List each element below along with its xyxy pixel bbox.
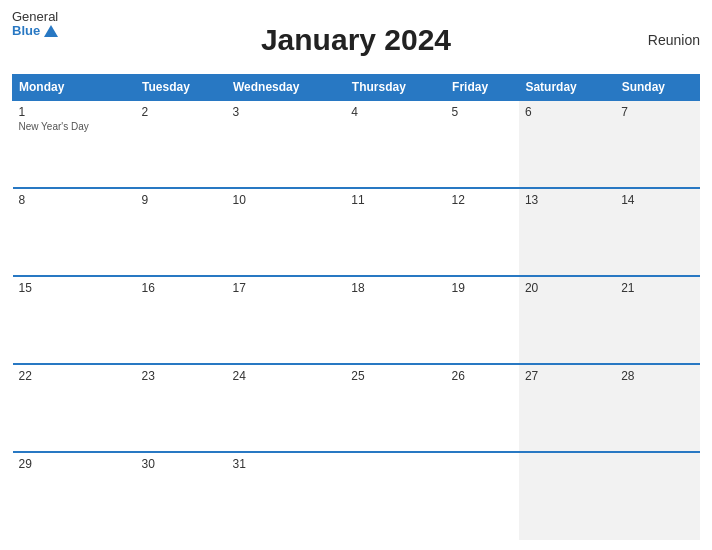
day-number: 2 [142, 105, 221, 119]
logo: General Blue [12, 10, 58, 39]
day-number: 29 [19, 457, 130, 471]
day-number: 31 [233, 457, 340, 471]
day-number: 10 [233, 193, 340, 207]
calendar-week-row: 15161718192021 [13, 276, 700, 364]
calendar-cell: 29 [13, 452, 136, 540]
header-tuesday: Tuesday [136, 75, 227, 101]
day-number: 30 [142, 457, 221, 471]
calendar-cell: 12 [446, 188, 519, 276]
day-number: 7 [621, 105, 693, 119]
calendar-cell: 3 [227, 100, 346, 188]
day-number: 25 [351, 369, 439, 383]
calendar-cell: 26 [446, 364, 519, 452]
day-number: 13 [525, 193, 609, 207]
region-label: Reunion [648, 32, 700, 48]
calendar-cell: 24 [227, 364, 346, 452]
calendar-week-row: 891011121314 [13, 188, 700, 276]
calendar-cell: 28 [615, 364, 699, 452]
calendar-cell: 13 [519, 188, 615, 276]
calendar-cell: 8 [13, 188, 136, 276]
calendar-title: January 2024 [261, 23, 451, 57]
header-friday: Friday [446, 75, 519, 101]
calendar-cell: 2 [136, 100, 227, 188]
calendar-cell: 5 [446, 100, 519, 188]
logo-general-text: General [12, 10, 58, 24]
day-number: 4 [351, 105, 439, 119]
day-number: 1 [19, 105, 130, 119]
header-saturday: Saturday [519, 75, 615, 101]
calendar-cell: 20 [519, 276, 615, 364]
calendar-cell: 31 [227, 452, 346, 540]
calendar-cell: 11 [345, 188, 445, 276]
calendar-week-row: 293031 [13, 452, 700, 540]
header-sunday: Sunday [615, 75, 699, 101]
calendar-header: General Blue January 2024 Reunion [12, 10, 700, 70]
calendar-cell: 23 [136, 364, 227, 452]
logo-triangle-icon [44, 25, 58, 37]
calendar-table: Monday Tuesday Wednesday Thursday Friday… [12, 74, 700, 540]
calendar-cell: 19 [446, 276, 519, 364]
day-number: 11 [351, 193, 439, 207]
day-number: 15 [19, 281, 130, 295]
logo-blue-text: Blue [12, 24, 58, 38]
day-number: 26 [452, 369, 513, 383]
day-number: 28 [621, 369, 693, 383]
calendar-cell: 25 [345, 364, 445, 452]
calendar-cell: 14 [615, 188, 699, 276]
day-number: 5 [452, 105, 513, 119]
calendar-cell: 7 [615, 100, 699, 188]
calendar-cell: 10 [227, 188, 346, 276]
day-number: 9 [142, 193, 221, 207]
header-wednesday: Wednesday [227, 75, 346, 101]
calendar-cell [345, 452, 445, 540]
day-number: 3 [233, 105, 340, 119]
calendar-cell: 4 [345, 100, 445, 188]
calendar-week-row: 22232425262728 [13, 364, 700, 452]
day-number: 20 [525, 281, 609, 295]
day-number: 27 [525, 369, 609, 383]
calendar-cell [615, 452, 699, 540]
header-monday: Monday [13, 75, 136, 101]
day-number: 21 [621, 281, 693, 295]
calendar-cell: 22 [13, 364, 136, 452]
day-number: 23 [142, 369, 221, 383]
day-number: 14 [621, 193, 693, 207]
holiday-label: New Year's Day [19, 121, 130, 132]
calendar-cell: 1New Year's Day [13, 100, 136, 188]
calendar-cell: 18 [345, 276, 445, 364]
calendar-cell: 6 [519, 100, 615, 188]
calendar-cell: 21 [615, 276, 699, 364]
calendar-cell [446, 452, 519, 540]
calendar-cell [519, 452, 615, 540]
calendar-cell: 16 [136, 276, 227, 364]
calendar-cell: 17 [227, 276, 346, 364]
day-number: 19 [452, 281, 513, 295]
header-thursday: Thursday [345, 75, 445, 101]
day-number: 17 [233, 281, 340, 295]
day-number: 16 [142, 281, 221, 295]
calendar-cell: 15 [13, 276, 136, 364]
day-number: 8 [19, 193, 130, 207]
weekday-header-row: Monday Tuesday Wednesday Thursday Friday… [13, 75, 700, 101]
day-number: 24 [233, 369, 340, 383]
calendar-cell: 9 [136, 188, 227, 276]
day-number: 22 [19, 369, 130, 383]
day-number: 12 [452, 193, 513, 207]
calendar-week-row: 1New Year's Day234567 [13, 100, 700, 188]
day-number: 18 [351, 281, 439, 295]
calendar-page: General Blue January 2024 Reunion Monday… [0, 0, 712, 550]
day-number: 6 [525, 105, 609, 119]
calendar-cell: 27 [519, 364, 615, 452]
calendar-cell: 30 [136, 452, 227, 540]
